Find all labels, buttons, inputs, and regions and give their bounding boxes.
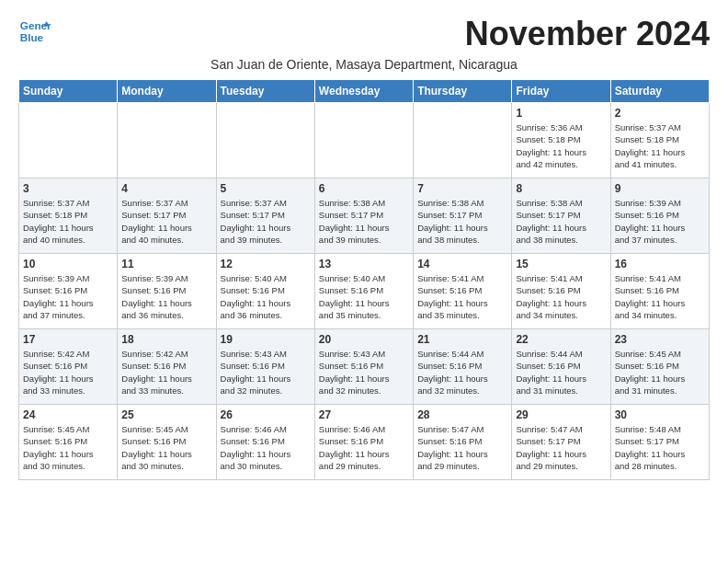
- logo-icon: General Blue: [18, 15, 51, 48]
- calendar-cell: 15Sunrise: 5:41 AMSunset: 5:16 PMDayligh…: [512, 254, 610, 329]
- day-info: Sunrise: 5:41 AMSunset: 5:16 PMDaylight:…: [516, 272, 606, 321]
- day-number: 21: [417, 333, 507, 346]
- day-number: 19: [221, 333, 311, 346]
- calendar-cell: 14Sunrise: 5:41 AMSunset: 5:16 PMDayligh…: [414, 254, 512, 329]
- day-info: Sunrise: 5:45 AMSunset: 5:16 PMDaylight:…: [23, 423, 113, 472]
- calendar-cell: 6Sunrise: 5:38 AMSunset: 5:17 PMDaylight…: [314, 178, 413, 254]
- calendar-cell: 8Sunrise: 5:38 AMSunset: 5:17 PMDaylight…: [512, 178, 610, 254]
- day-info: Sunrise: 5:42 AMSunset: 5:16 PMDaylight:…: [121, 348, 211, 396]
- calendar-cell: 22Sunrise: 5:44 AMSunset: 5:16 PMDayligh…: [512, 329, 610, 405]
- calendar-week-4: 17Sunrise: 5:42 AMSunset: 5:16 PMDayligh…: [19, 329, 710, 405]
- col-header-saturday: Saturday: [610, 80, 709, 103]
- calendar-header-row: SundayMondayTuesdayWednesdayThursdayFrid…: [19, 80, 710, 103]
- day-info: Sunrise: 5:39 AMSunset: 5:16 PMDaylight:…: [615, 197, 705, 246]
- calendar-cell: 27Sunrise: 5:46 AMSunset: 5:16 PMDayligh…: [314, 405, 413, 480]
- calendar-cell: 9Sunrise: 5:39 AMSunset: 5:16 PMDaylight…: [610, 178, 709, 254]
- calendar-cell: 24Sunrise: 5:45 AMSunset: 5:16 PMDayligh…: [19, 405, 118, 480]
- svg-text:Blue: Blue: [20, 31, 44, 43]
- day-info: Sunrise: 5:47 AMSunset: 5:16 PMDaylight:…: [417, 423, 507, 472]
- day-info: Sunrise: 5:41 AMSunset: 5:16 PMDaylight:…: [417, 272, 507, 321]
- calendar-cell: 1Sunrise: 5:36 AMSunset: 5:18 PMDaylight…: [512, 103, 610, 178]
- day-info: Sunrise: 5:37 AMSunset: 5:18 PMDaylight:…: [23, 197, 113, 246]
- day-number: 30: [615, 408, 705, 421]
- day-info: Sunrise: 5:37 AMSunset: 5:18 PMDaylight:…: [615, 121, 705, 170]
- day-info: Sunrise: 5:44 AMSunset: 5:16 PMDaylight:…: [417, 348, 507, 396]
- day-info: Sunrise: 5:38 AMSunset: 5:17 PMDaylight:…: [417, 197, 507, 246]
- day-info: Sunrise: 5:43 AMSunset: 5:16 PMDaylight:…: [319, 348, 409, 396]
- col-header-thursday: Thursday: [414, 80, 512, 103]
- calendar-cell: 25Sunrise: 5:45 AMSunset: 5:16 PMDayligh…: [118, 405, 216, 480]
- calendar-week-3: 10Sunrise: 5:39 AMSunset: 5:16 PMDayligh…: [19, 254, 710, 329]
- calendar-table: SundayMondayTuesdayWednesdayThursdayFrid…: [18, 79, 710, 480]
- calendar-week-1: 1Sunrise: 5:36 AMSunset: 5:18 PMDaylight…: [19, 103, 710, 178]
- calendar-cell: 16Sunrise: 5:41 AMSunset: 5:16 PMDayligh…: [610, 254, 709, 329]
- day-number: 8: [516, 182, 606, 195]
- day-number: 28: [417, 408, 507, 421]
- day-info: Sunrise: 5:45 AMSunset: 5:16 PMDaylight:…: [121, 423, 211, 472]
- day-info: Sunrise: 5:41 AMSunset: 5:16 PMDaylight:…: [615, 272, 705, 321]
- day-number: 2: [615, 107, 705, 120]
- calendar-week-5: 24Sunrise: 5:45 AMSunset: 5:16 PMDayligh…: [19, 405, 710, 480]
- col-header-tuesday: Tuesday: [216, 80, 314, 103]
- calendar-cell: 21Sunrise: 5:44 AMSunset: 5:16 PMDayligh…: [414, 329, 512, 405]
- calendar-cell: 12Sunrise: 5:40 AMSunset: 5:16 PMDayligh…: [216, 254, 314, 329]
- day-number: 29: [516, 408, 606, 421]
- day-number: 9: [615, 182, 705, 195]
- day-info: Sunrise: 5:38 AMSunset: 5:17 PMDaylight:…: [319, 197, 409, 246]
- day-info: Sunrise: 5:45 AMSunset: 5:16 PMDaylight:…: [615, 348, 705, 396]
- day-info: Sunrise: 5:47 AMSunset: 5:17 PMDaylight:…: [516, 423, 606, 472]
- day-number: 15: [516, 258, 606, 270]
- calendar-cell: 7Sunrise: 5:38 AMSunset: 5:17 PMDaylight…: [414, 178, 512, 254]
- day-number: 17: [23, 333, 113, 346]
- logo: General Blue: [18, 15, 51, 48]
- day-number: 23: [615, 333, 705, 346]
- day-number: 18: [121, 333, 211, 346]
- calendar-cell: 4Sunrise: 5:37 AMSunset: 5:17 PMDaylight…: [118, 178, 216, 254]
- day-number: 27: [319, 408, 409, 421]
- calendar-cell: 13Sunrise: 5:40 AMSunset: 5:16 PMDayligh…: [314, 254, 413, 329]
- calendar-cell: [19, 103, 118, 178]
- day-info: Sunrise: 5:36 AMSunset: 5:18 PMDaylight:…: [516, 121, 606, 170]
- calendar-cell: [414, 103, 512, 178]
- day-number: 14: [417, 258, 507, 270]
- day-info: Sunrise: 5:46 AMSunset: 5:16 PMDaylight:…: [319, 423, 409, 472]
- day-number: 3: [23, 182, 113, 195]
- calendar-cell: 19Sunrise: 5:43 AMSunset: 5:16 PMDayligh…: [216, 329, 314, 405]
- calendar-cell: 17Sunrise: 5:42 AMSunset: 5:16 PMDayligh…: [19, 329, 118, 405]
- calendar-cell: 3Sunrise: 5:37 AMSunset: 5:18 PMDaylight…: [19, 178, 118, 254]
- day-number: 4: [121, 182, 211, 195]
- day-info: Sunrise: 5:44 AMSunset: 5:16 PMDaylight:…: [516, 348, 606, 396]
- day-number: 13: [319, 258, 409, 270]
- calendar-cell: 28Sunrise: 5:47 AMSunset: 5:16 PMDayligh…: [414, 405, 512, 480]
- calendar-cell: [314, 103, 413, 178]
- day-number: 6: [319, 182, 409, 195]
- day-number: 1: [516, 107, 606, 120]
- day-number: 11: [121, 258, 211, 270]
- col-header-sunday: Sunday: [19, 80, 118, 103]
- day-number: 5: [221, 182, 311, 195]
- calendar-body: 1Sunrise: 5:36 AMSunset: 5:18 PMDaylight…: [19, 103, 710, 480]
- calendar-cell: [216, 103, 314, 178]
- calendar-cell: 10Sunrise: 5:39 AMSunset: 5:16 PMDayligh…: [19, 254, 118, 329]
- day-info: Sunrise: 5:48 AMSunset: 5:17 PMDaylight:…: [615, 423, 705, 472]
- day-number: 20: [319, 333, 409, 346]
- calendar-cell: 29Sunrise: 5:47 AMSunset: 5:17 PMDayligh…: [512, 405, 610, 480]
- day-info: Sunrise: 5:37 AMSunset: 5:17 PMDaylight:…: [221, 197, 311, 246]
- calendar-cell: [118, 103, 216, 178]
- day-info: Sunrise: 5:37 AMSunset: 5:17 PMDaylight:…: [121, 197, 211, 246]
- day-number: 12: [221, 258, 311, 270]
- col-header-monday: Monday: [118, 80, 216, 103]
- day-number: 25: [121, 408, 211, 421]
- day-info: Sunrise: 5:40 AMSunset: 5:16 PMDaylight:…: [221, 272, 311, 321]
- col-header-wednesday: Wednesday: [314, 80, 413, 103]
- day-info: Sunrise: 5:39 AMSunset: 5:16 PMDaylight:…: [121, 272, 211, 321]
- calendar-cell: 23Sunrise: 5:45 AMSunset: 5:16 PMDayligh…: [610, 329, 709, 405]
- day-info: Sunrise: 5:40 AMSunset: 5:16 PMDaylight:…: [319, 272, 409, 321]
- day-number: 7: [417, 182, 507, 195]
- location-subtitle: San Juan de Oriente, Masaya Department, …: [18, 57, 710, 72]
- calendar-cell: 26Sunrise: 5:46 AMSunset: 5:16 PMDayligh…: [216, 405, 314, 480]
- day-info: Sunrise: 5:46 AMSunset: 5:16 PMDaylight:…: [221, 423, 311, 472]
- day-info: Sunrise: 5:39 AMSunset: 5:16 PMDaylight:…: [23, 272, 113, 321]
- calendar-cell: 11Sunrise: 5:39 AMSunset: 5:16 PMDayligh…: [118, 254, 216, 329]
- page-header: General Blue November 2024: [18, 15, 710, 53]
